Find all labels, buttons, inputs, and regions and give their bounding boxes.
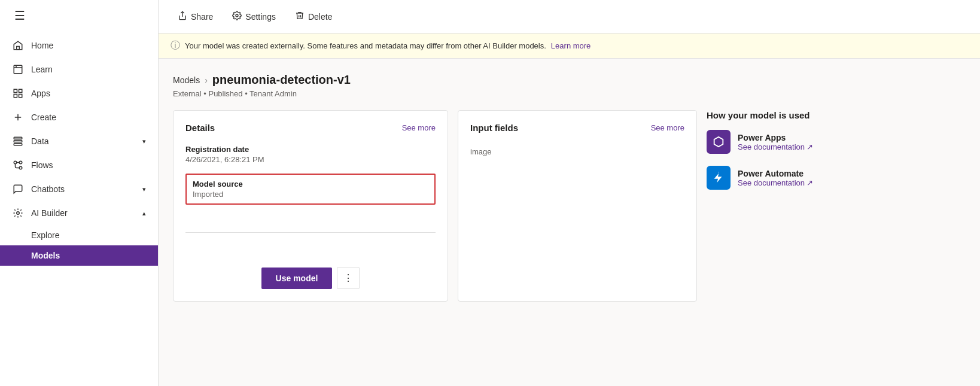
data-chevron-icon: ▾ <box>142 138 146 145</box>
svg-point-14 <box>19 166 22 169</box>
svg-point-19 <box>236 14 238 17</box>
usage-title: How your model is used <box>707 110 966 120</box>
chatbots-chevron-icon: ▾ <box>142 186 146 193</box>
share-icon <box>178 11 187 22</box>
svg-point-17 <box>17 212 20 215</box>
input-fields-see-more[interactable]: See more <box>651 123 684 132</box>
model-subtitle: External • Published • Tenant Admin <box>173 89 966 98</box>
sidebar-item-flows-label: Flows <box>31 160 53 170</box>
registration-date-label: Registration date <box>185 145 436 154</box>
sidebar-item-learn[interactable]: Learn <box>0 57 158 81</box>
svg-rect-5 <box>19 89 22 92</box>
details-see-more[interactable]: See more <box>402 123 436 132</box>
power-apps-text: Power Apps See documentation ↗ <box>738 133 813 151</box>
power-automate-icon <box>707 166 731 190</box>
input-fields-card: Input fields See more image <box>458 110 697 302</box>
svg-rect-1 <box>14 65 22 74</box>
power-automate-link-text: See documentation <box>738 178 805 187</box>
svg-rect-11 <box>14 141 22 142</box>
model-source-box: Model source Imported <box>185 174 436 205</box>
breadcrumb-separator: › <box>205 75 208 85</box>
power-automate-doc-link[interactable]: See documentation ↗ <box>738 178 813 187</box>
svg-rect-6 <box>14 95 17 98</box>
data-icon <box>12 135 24 147</box>
svg-rect-10 <box>14 137 22 139</box>
power-apps-icon <box>707 130 731 154</box>
page-content: Models › pneumonia-detection-v1 External… <box>159 59 980 386</box>
model-source-label: Model source <box>193 180 428 189</box>
sidebar-item-apps-label: Apps <box>31 89 50 98</box>
cards-row: Details See more Registration date 4/26/… <box>173 110 966 302</box>
sidebar-item-flows[interactable]: Flows <box>0 153 158 177</box>
home-icon <box>12 39 24 51</box>
details-title: Details <box>185 123 215 133</box>
breadcrumb-parent[interactable]: Models <box>173 75 200 85</box>
sidebar-item-data[interactable]: Data ▾ <box>0 129 158 153</box>
power-automate-name: Power Automate <box>738 169 813 178</box>
chatbots-icon <box>12 183 24 195</box>
plus-icon <box>12 111 24 123</box>
power-automate-text: Power Automate See documentation ↗ <box>738 169 813 187</box>
sidebar-item-create[interactable]: Create <box>0 105 158 129</box>
sidebar-item-ai-builder[interactable]: AI Builder ▴ <box>0 201 158 225</box>
more-options-button[interactable]: ⋮ <box>337 267 360 289</box>
sidebar-sub-item-models-label: Models <box>31 251 60 260</box>
main-content: Share Settings Delete ⓘ Your model was c… <box>159 0 980 386</box>
delete-icon <box>295 11 305 22</box>
svg-rect-12 <box>14 144 22 145</box>
usage-item-power-apps: Power Apps See documentation ↗ <box>707 130 966 154</box>
details-card: Details See more Registration date 4/26/… <box>173 110 448 302</box>
use-model-button[interactable]: Use model <box>261 268 333 289</box>
apps-icon <box>12 87 24 99</box>
usage-card: How your model is used Power Apps See do… <box>707 110 966 202</box>
delete-button[interactable]: Delete <box>288 7 339 26</box>
card-divider <box>185 232 436 233</box>
power-apps-doc-link[interactable]: See documentation ↗ <box>738 142 813 151</box>
book-icon <box>12 63 24 75</box>
external-link-icon-2: ↗ <box>806 178 813 187</box>
share-button[interactable]: Share <box>171 7 220 26</box>
share-label: Share <box>191 12 213 22</box>
input-fields-title: Input fields <box>470 123 518 133</box>
breadcrumb-current: pneumonia-detection-v1 <box>212 73 351 87</box>
sidebar-item-learn-label: Learn <box>31 65 53 74</box>
settings-button[interactable]: Settings <box>225 7 283 26</box>
learn-more-link[interactable]: Learn more <box>551 41 591 50</box>
sidebar-item-ai-builder-label: AI Builder <box>31 208 68 218</box>
ai-builder-icon <box>12 207 24 219</box>
settings-icon <box>232 11 242 22</box>
sidebar-top: ☰ <box>0 0 158 31</box>
external-link-icon: ↗ <box>806 142 813 151</box>
svg-rect-0 <box>17 47 20 50</box>
power-apps-link-text: See documentation <box>738 142 805 151</box>
power-apps-name: Power Apps <box>738 133 813 142</box>
sidebar-item-create-label: Create <box>31 113 56 122</box>
svg-point-13 <box>14 161 17 164</box>
flows-icon <box>12 159 24 171</box>
sidebar-item-chatbots-label: Chatbots <box>31 184 65 194</box>
sidebar-item-chatbots[interactable]: Chatbots ▾ <box>0 177 158 201</box>
info-icon: ⓘ <box>171 39 180 52</box>
sidebar-item-apps[interactable]: Apps <box>0 81 158 105</box>
registration-date-value: 4/26/2021, 6:28:21 PM <box>185 155 436 164</box>
sidebar-item-home-label: Home <box>31 41 53 50</box>
input-fields-card-header: Input fields See more <box>470 123 684 133</box>
toolbar: Share Settings Delete <box>159 0 980 34</box>
usage-item-power-automate: Power Automate See documentation ↗ <box>707 166 966 190</box>
model-source-value: Imported <box>193 190 428 199</box>
settings-label: Settings <box>245 12 276 22</box>
details-card-header: Details See more <box>185 123 436 133</box>
breadcrumb: Models › pneumonia-detection-v1 <box>173 73 966 87</box>
sidebar-sub-item-explore[interactable]: Explore <box>0 225 158 245</box>
card-footer: Use model ⋮ <box>185 260 436 289</box>
svg-point-15 <box>19 161 22 164</box>
input-field-image: image <box>470 145 684 159</box>
ai-builder-chevron-icon: ▴ <box>142 209 146 217</box>
sidebar-item-home[interactable]: Home <box>0 34 158 57</box>
svg-rect-7 <box>19 95 22 98</box>
sidebar-nav: Home Learn Apps Create Data ▾ <box>0 31 158 266</box>
sidebar: ☰ Home Learn Apps Create <box>0 0 159 386</box>
sidebar-sub-item-models[interactable]: Models <box>0 245 158 266</box>
hamburger-menu[interactable]: ☰ <box>10 4 30 27</box>
info-banner: ⓘ Your model was created externally. Som… <box>159 34 980 59</box>
